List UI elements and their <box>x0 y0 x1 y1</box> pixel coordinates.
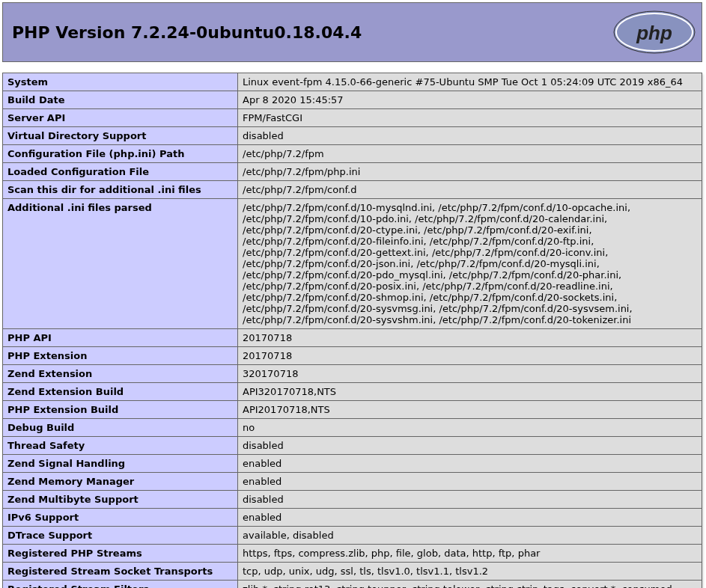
table-row: Zend Extension320170718 <box>3 365 702 383</box>
table-row: Additional .ini files parsed/etc/php/7.2… <box>3 199 702 329</box>
row-value: /etc/php/7.2/fpm/conf.d <box>238 181 702 199</box>
row-label: Debug Build <box>3 419 238 437</box>
row-value: 320170718 <box>238 365 702 383</box>
table-row: Registered Stream Filterszlib.*, string.… <box>3 581 702 589</box>
table-row: Server APIFPM/FastCGI <box>3 109 702 127</box>
row-value: https, ftps, compress.zlib, php, file, g… <box>238 545 702 563</box>
row-value: no <box>238 419 702 437</box>
table-row: Zend Extension BuildAPI320170718,NTS <box>3 383 702 401</box>
row-value: available, disabled <box>238 527 702 545</box>
row-label: Zend Multibyte Support <box>3 491 238 509</box>
row-label: Zend Extension Build <box>3 383 238 401</box>
table-row: DTrace Supportavailable, disabled <box>3 527 702 545</box>
table-row: Build DateApr 8 2020 15:45:57 <box>3 91 702 109</box>
row-value: Linux event-fpm 4.15.0-66-generic #75-Ub… <box>238 73 702 91</box>
table-row: Thread Safetydisabled <box>3 437 702 455</box>
row-value: Apr 8 2020 15:45:57 <box>238 91 702 109</box>
table-row: PHP Extension20170718 <box>3 347 702 365</box>
row-value: API320170718,NTS <box>238 383 702 401</box>
table-row: Debug Buildno <box>3 419 702 437</box>
row-label: PHP Extension Build <box>3 401 238 419</box>
row-value: /etc/php/7.2/fpm/php.ini <box>238 163 702 181</box>
table-row: Scan this dir for additional .ini files/… <box>3 181 702 199</box>
row-value: 20170718 <box>238 329 702 347</box>
table-row: Configuration File (php.ini) Path/etc/ph… <box>3 145 702 163</box>
phpinfo-container: PHP Version 7.2.24-0ubuntu0.18.04.4 php … <box>2 2 702 588</box>
table-row: Zend Memory Managerenabled <box>3 473 702 491</box>
row-label: Virtual Directory Support <box>3 127 238 145</box>
row-label: Thread Safety <box>3 437 238 455</box>
row-value: /etc/php/7.2/fpm <box>238 145 702 163</box>
table-row: PHP API20170718 <box>3 329 702 347</box>
row-label: PHP API <box>3 329 238 347</box>
row-label: Registered Stream Socket Transports <box>3 563 238 581</box>
php-logo-icon: php <box>613 10 696 55</box>
row-value: enabled <box>238 455 702 473</box>
row-label: Registered PHP Streams <box>3 545 238 563</box>
row-value: FPM/FastCGI <box>238 109 702 127</box>
row-label: IPv6 Support <box>3 509 238 527</box>
table-row: Loaded Configuration File/etc/php/7.2/fp… <box>3 163 702 181</box>
row-label: Server API <box>3 109 238 127</box>
info-table: SystemLinux event-fpm 4.15.0-66-generic … <box>2 73 702 588</box>
row-label: Zend Extension <box>3 365 238 383</box>
table-row: Registered Stream Socket Transportstcp, … <box>3 563 702 581</box>
row-label: Scan this dir for additional .ini files <box>3 181 238 199</box>
header-box: PHP Version 7.2.24-0ubuntu0.18.04.4 php <box>2 2 702 62</box>
row-label: Zend Signal Handling <box>3 455 238 473</box>
row-value: tcp, udp, unix, udg, ssl, tls, tlsv1.0, … <box>238 563 702 581</box>
table-row: Zend Signal Handlingenabled <box>3 455 702 473</box>
row-label: PHP Extension <box>3 347 238 365</box>
row-value: disabled <box>238 437 702 455</box>
row-label: Additional .ini files parsed <box>3 199 238 329</box>
row-label: DTrace Support <box>3 527 238 545</box>
row-label: Build Date <box>3 91 238 109</box>
row-label: Zend Memory Manager <box>3 473 238 491</box>
page-title: PHP Version 7.2.24-0ubuntu0.18.04.4 <box>9 23 362 42</box>
row-value: enabled <box>238 509 702 527</box>
row-value: enabled <box>238 473 702 491</box>
svg-text:php: php <box>636 22 672 44</box>
table-row: Registered PHP Streamshttps, ftps, compr… <box>3 545 702 563</box>
row-label: Loaded Configuration File <box>3 163 238 181</box>
row-label: System <box>3 73 238 91</box>
row-value: 20170718 <box>238 347 702 365</box>
row-value: API20170718,NTS <box>238 401 702 419</box>
table-row: Virtual Directory Supportdisabled <box>3 127 702 145</box>
row-value: /etc/php/7.2/fpm/conf.d/10-mysqlnd.ini, … <box>238 199 702 329</box>
row-value: disabled <box>238 491 702 509</box>
table-row: IPv6 Supportenabled <box>3 509 702 527</box>
row-label: Configuration File (php.ini) Path <box>3 145 238 163</box>
table-row: SystemLinux event-fpm 4.15.0-66-generic … <box>3 73 702 91</box>
row-value: disabled <box>238 127 702 145</box>
table-row: Zend Multibyte Supportdisabled <box>3 491 702 509</box>
row-label: Registered Stream Filters <box>3 581 238 589</box>
table-row: PHP Extension BuildAPI20170718,NTS <box>3 401 702 419</box>
row-value: zlib.*, string.rot13, string.toupper, st… <box>238 581 702 589</box>
